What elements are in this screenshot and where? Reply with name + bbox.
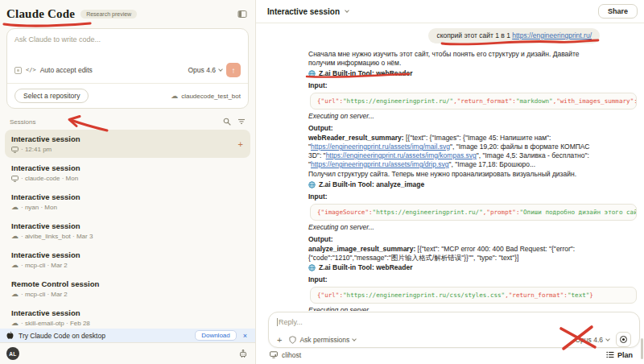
chevron-down-icon [605, 337, 610, 341]
auto-accept-checkbox-icon[interactable] [14, 67, 22, 74]
avatar[interactable]: AL [6, 347, 19, 360]
session-item-current[interactable]: Interactive session · 12:41 pm + [5, 130, 250, 158]
banner-text: Try Claude Code on desktop [19, 332, 105, 340]
cloud-icon: ☁ [171, 93, 178, 100]
asset-link[interactable]: https://engineeringprint.ru/assets/img/d… [311, 160, 449, 168]
share-button[interactable]: Share [598, 4, 638, 19]
reply-composer: Reply... + Ask permissions Opus 4.6 [268, 312, 640, 348]
app-logo: Claude Code [6, 7, 75, 21]
input-label: Input: [308, 275, 600, 284]
conversation-footer: clihost Plan [256, 348, 644, 364]
user-message-link[interactable]: https://engineeringprint.ru/ [512, 31, 592, 39]
monitor-icon [11, 147, 19, 153]
session-meta: · mcp-cli · Mar 2 [21, 291, 68, 298]
cloud-icon: ☁ [11, 291, 19, 298]
session-item[interactable]: Interactive session ☁ · aivibe_links_bot… [5, 217, 250, 245]
ask-permissions-dropdown[interactable]: Ask permissions [289, 336, 356, 344]
host-indicator[interactable]: clihost [270, 351, 301, 359]
globe-icon [308, 70, 316, 77]
collapse-sidebar-button[interactable] [237, 10, 247, 19]
output-label: Output: [308, 124, 600, 133]
session-meta: · mcp-cli · Mar 2 [21, 262, 68, 269]
chevron-down-icon [345, 8, 349, 13]
tool-input-code: {"imageSource":"https://engineeringprint… [310, 204, 637, 221]
session-meta: · 12:41 pm [21, 146, 52, 153]
model-selector[interactable]: Opus 4.6 [188, 66, 223, 74]
executing-status: Executing on server... [308, 223, 600, 232]
assistant-text: Сначала мне нужно изучить этот сайт, что… [308, 50, 600, 68]
scrollbar-thumb[interactable] [641, 338, 643, 359]
session-item[interactable]: Interactive session · claude-code · Mon [5, 159, 250, 187]
select-repository-button[interactable]: Select a repository [14, 89, 89, 103]
asset-link[interactable]: https://engineeringprint.ru/assets/img/k… [326, 151, 477, 159]
new-session-plus-icon[interactable]: + [238, 139, 243, 149]
send-button[interactable]: ↑ [226, 63, 241, 77]
panel-left-icon [237, 10, 247, 19]
sidebar-footer: AL [0, 342, 255, 364]
asset-link[interactable]: https://engineeringprint.ru/assets/img/m… [311, 143, 450, 151]
chevron-down-icon [218, 67, 223, 72]
feedback-button[interactable] [239, 350, 247, 358]
tool-call-analyze-image: Z.ai Built-in Tool: analyze_image [308, 180, 600, 189]
chat-transcript: скоприй этот сайт 1 в 1 https://engineer… [256, 23, 644, 311]
robot-icon [239, 350, 247, 358]
composer-options-row: </> Auto accept edits Opus 4.6 ↑ [14, 63, 241, 83]
session-title: Interactive session [11, 250, 244, 259]
repository-name[interactable]: ☁ claudecode_test_bot [171, 93, 241, 100]
search-icon[interactable] [223, 118, 231, 126]
cloud-icon: ☁ [11, 204, 19, 211]
monitor-icon [270, 351, 278, 358]
session-title: Interactive session [11, 163, 244, 172]
code-brackets-icon: </> [26, 67, 36, 73]
sidebar-header: Claude Code Research preview [0, 0, 255, 23]
cloud-icon: ☁ [11, 320, 19, 327]
chevron-down-icon [352, 337, 357, 341]
repo-row: Select a repository ☁ claudecode_test_bo… [7, 83, 248, 108]
session-item[interactable]: Interactive session ☁ · skill-email-otp … [5, 304, 250, 329]
main-panel: Interactive session Share скоприй этот с… [256, 0, 644, 364]
tool-input-code: {"url":"https://engineeringprint.ru/css/… [310, 287, 637, 304]
attach-plus-icon[interactable]: + [277, 335, 282, 345]
globe-icon [308, 181, 316, 188]
new-session-composer: Ask Claude to write code... </> Auto acc… [6, 28, 249, 109]
session-meta: · nyan · Mon [21, 204, 57, 211]
cloud-icon: ☁ [11, 233, 19, 240]
session-meta: · aivibe_links_bot · Mar 3 [21, 233, 93, 240]
session-title: Remote Control session [11, 279, 244, 288]
app-window: Claude Code Research preview Ask Claude … [0, 0, 644, 364]
session-item[interactable]: Remote Control session ☁ · mcp-cli · Mar… [5, 275, 250, 303]
session-meta: · claude-code · Mon [21, 175, 78, 182]
sidebar: Claude Code Research preview Ask Claude … [0, 0, 256, 364]
reply-input[interactable]: Reply... [277, 318, 631, 326]
executing-status: Executing on server... [308, 112, 600, 121]
session-item[interactable]: Interactive session ☁ · mcp-cli · Mar 2 [5, 246, 250, 274]
output-label: Output: [308, 235, 600, 244]
plan-mode-toggle[interactable]: Plan [606, 351, 633, 359]
session-title: Interactive session [11, 308, 244, 317]
filter-icon[interactable] [237, 118, 246, 126]
auto-accept-label[interactable]: Auto accept edits [40, 66, 93, 74]
sessions-section-header: Sessions [0, 109, 255, 130]
desktop-promo-banner: Try Claude Code on desktop Download × [0, 329, 255, 342]
voice-record-button[interactable] [616, 332, 631, 347]
reply-model-selector[interactable]: Opus 4.6 [576, 336, 610, 344]
prompt-input[interactable]: Ask Claude to write code... [14, 35, 241, 63]
session-title: Interactive session [11, 221, 244, 230]
shield-icon [289, 336, 296, 344]
session-meta: · skill-email-otp · Feb 28 [21, 320, 90, 327]
download-button[interactable]: Download [195, 330, 237, 341]
tool-output-summary: webReader_result_summary: [{"text": {"Im… [308, 134, 600, 169]
session-title: Interactive session [11, 192, 244, 201]
checklist-icon [606, 351, 614, 358]
session-item[interactable]: Interactive session ☁ · nyan · Mon [5, 188, 250, 216]
close-icon[interactable]: × [242, 332, 249, 340]
session-list: Interactive session · 12:41 pm + Interac… [0, 130, 255, 329]
tool-output-summary: analyze_image_result_summary: [{"text": … [308, 245, 600, 263]
conversation-title-dropdown[interactable]: Interactive session [267, 7, 349, 16]
research-preview-badge: Research preview [80, 10, 137, 19]
assistant-text: Получил структуру сайта. Теперь мне нужн… [308, 170, 600, 179]
tool-input-code: {"url":"https://engineeringprint.ru/","r… [310, 93, 637, 110]
apple-icon [6, 331, 14, 340]
record-icon [619, 335, 628, 344]
conversation-header: Interactive session Share [256, 0, 644, 23]
